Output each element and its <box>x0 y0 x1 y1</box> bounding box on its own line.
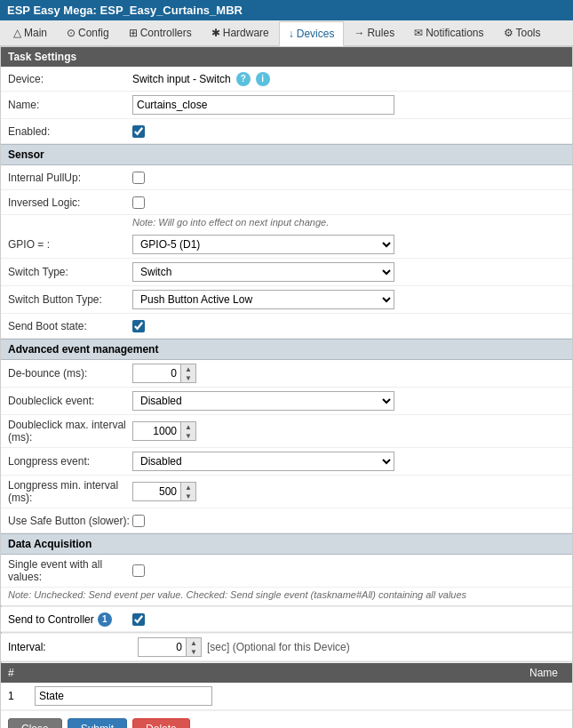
name-row: Name: <box>1 92 572 119</box>
values-table-header: # Name <box>1 663 572 683</box>
longpress-min-input[interactable] <box>132 482 181 501</box>
longpress-min-down-arrow[interactable]: ▼ <box>181 492 195 500</box>
debounce-down-arrow[interactable]: ▼ <box>181 373 195 382</box>
nav-rules[interactable]: → Rules <box>344 20 404 45</box>
device-row: Device: Switch input - Switch ? i <box>1 67 572 92</box>
send-controller-badge: 1 <box>98 612 112 627</box>
inversed-logic-label: Inversed Logic: <box>8 196 132 209</box>
enabled-row: Enabled: <box>1 119 572 144</box>
internal-pullup-row: Internal PullUp: <box>1 165 572 190</box>
interval-row: Interval: ▲ ▼ [sec] (Optional for this D… <box>1 634 572 661</box>
longpress-row: Longpress event: Disabled Low High <box>1 448 572 476</box>
longpress-label: Longpress event: <box>8 455 132 468</box>
doubleclick-max-down-arrow[interactable]: ▼ <box>181 431 195 440</box>
longpress-min-arrows: ▲ ▼ <box>181 482 196 501</box>
nav-controllers[interactable]: ⊞ Controllers <box>119 20 202 45</box>
gpio-select[interactable]: GPIO-5 (D1) GPIO-0 (D3) GPIO-2 (D4) GPIO… <box>132 235 394 254</box>
longpress-select[interactable]: Disabled Low High <box>132 452 394 471</box>
longpress-min-spinner: ▲ ▼ <box>132 482 196 501</box>
nav-main-icon: △ <box>13 27 21 39</box>
send-boot-state-label: Send Boot state: <box>8 320 132 332</box>
debounce-row: De-bounce (ms): ▲ ▼ <box>1 360 572 388</box>
name-label: Name: <box>8 99 132 111</box>
send-controller-checkbox[interactable] <box>132 613 145 626</box>
nav-notifications[interactable]: ✉ Notifications <box>404 20 493 45</box>
nav-controllers-icon: ⊞ <box>129 27 138 39</box>
values-col-num: # <box>8 667 35 679</box>
switch-button-type-row: Switch Button Type: Push Button Active L… <box>1 286 572 314</box>
delete-button[interactable]: Delete <box>132 718 190 728</box>
navigation: △ Main ⊙ Config ⊞ Controllers ✱ Hardware… <box>0 20 573 46</box>
table-row: 1 <box>1 683 572 710</box>
doubleclick-max-input[interactable] <box>132 421 181 441</box>
nav-hardware[interactable]: ✱ Hardware <box>202 20 279 45</box>
nav-devices[interactable]: ↓ Devices <box>279 21 345 46</box>
doubleclick-max-up-arrow[interactable]: ▲ <box>181 422 195 431</box>
footer-buttons: Close Submit Delete <box>1 710 572 728</box>
internal-pullup-checkbox[interactable] <box>132 172 145 184</box>
switch-button-type-label: Switch Button Type: <box>8 293 132 306</box>
safe-button-checkbox[interactable] <box>132 515 145 527</box>
nav-devices-icon: ↓ <box>289 28 294 40</box>
name-field-container <box>132 95 565 115</box>
send-boot-state-field <box>132 320 565 332</box>
task-settings-header: Task Settings <box>1 47 572 67</box>
single-event-field <box>132 564 565 577</box>
row-name-field <box>35 686 565 706</box>
inversed-logic-checkbox[interactable] <box>132 196 145 209</box>
values-col-name: Name <box>35 667 565 679</box>
switch-button-type-field: Push Button Active Low Push Button Activ… <box>132 290 565 309</box>
debounce-up-arrow[interactable]: ▲ <box>181 364 195 373</box>
nav-tools-icon: ⚙ <box>504 27 513 39</box>
submit-button[interactable]: Submit <box>68 718 127 728</box>
nav-tools[interactable]: ⚙ Tools <box>494 20 551 45</box>
longpress-field: Disabled Low High <box>132 452 565 471</box>
sensor-header: Sensor <box>1 144 572 165</box>
longpress-min-row: Longpress min. interval (ms): ▲ ▼ <box>1 476 572 508</box>
interval-label: Interval: <box>8 641 132 653</box>
row-num: 1 <box>8 690 35 702</box>
enabled-label: Enabled: <box>8 125 132 138</box>
nav-hardware-icon: ✱ <box>211 27 220 39</box>
single-event-row: Single event with all values: <box>1 555 572 588</box>
doubleclick-max-label: Doubleclick max. interval (ms): <box>8 419 132 444</box>
doubleclick-select[interactable]: Disabled Low High <box>132 391 394 411</box>
switch-type-row: Switch Type: Switch Dimmer <box>1 259 572 286</box>
interval-up-arrow[interactable]: ▲ <box>187 638 201 647</box>
title-bar: ESP Easy Mega: ESP_Easy_Curtains_MBR <box>0 0 573 20</box>
gpio-row: GPIO = : GPIO-5 (D1) GPIO-0 (D3) GPIO-2 … <box>1 231 572 259</box>
device-info-icon[interactable]: i <box>256 72 270 86</box>
debounce-spinner: ▲ ▼ <box>132 364 196 383</box>
main-content: Task Settings Device: Switch input - Swi… <box>0 46 573 728</box>
longpress-min-up-arrow[interactable]: ▲ <box>181 483 195 492</box>
safe-button-row: Use Safe Button (slower): <box>1 508 572 533</box>
device-value-container: Switch input - Switch ? i <box>132 72 565 86</box>
single-event-checkbox[interactable] <box>132 564 145 577</box>
doubleclick-max-row: Doubleclick max. interval (ms): ▲ ▼ <box>1 415 572 448</box>
send-boot-state-row: Send Boot state: <box>1 314 572 339</box>
device-label: Device: <box>8 73 132 85</box>
device-help-icon[interactable]: ? <box>236 72 251 86</box>
name-input[interactable] <box>132 95 394 115</box>
row-name-input[interactable] <box>35 686 212 706</box>
send-boot-state-checkbox[interactable] <box>132 320 145 332</box>
debounce-field: ▲ ▼ <box>132 364 565 383</box>
enabled-checkbox[interactable] <box>132 125 145 138</box>
nav-main[interactable]: △ Main <box>4 20 57 45</box>
send-controller-text: Send to Controller <box>8 613 94 626</box>
switch-button-type-select[interactable]: Push Button Active Low Push Button Activ… <box>132 290 394 309</box>
switch-type-select[interactable]: Switch Dimmer <box>132 262 394 282</box>
interval-unit: [sec] (Optional for this Device) <box>207 641 350 653</box>
debounce-input[interactable] <box>132 364 181 383</box>
doubleclick-max-spinner: ▲ ▼ <box>132 421 196 441</box>
interval-input[interactable] <box>138 637 187 657</box>
nav-config[interactable]: ⊙ Config <box>57 20 119 45</box>
doubleclick-max-field: ▲ ▼ <box>132 421 565 441</box>
interval-down-arrow[interactable]: ▼ <box>187 647 201 656</box>
device-value: Switch input - Switch <box>132 73 231 85</box>
safe-button-label: Use Safe Button (slower): <box>8 515 132 527</box>
send-controller-row: Send to Controller 1 <box>1 607 572 632</box>
nav-rules-icon: → <box>354 27 364 39</box>
close-button[interactable]: Close <box>8 718 62 728</box>
internal-pullup-field <box>132 172 565 184</box>
